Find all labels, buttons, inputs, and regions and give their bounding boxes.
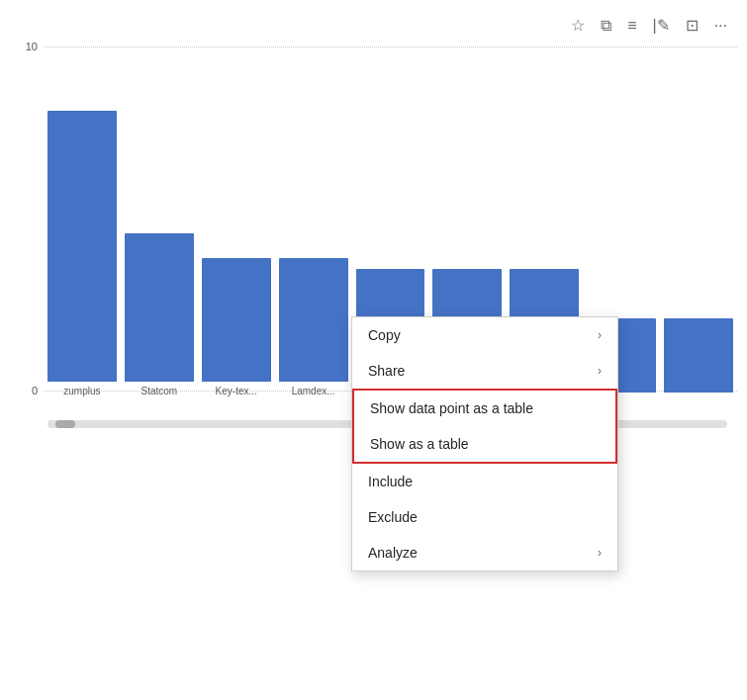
menu-item-copy[interactable]: Copy› [352, 317, 617, 353]
chevron-icon: › [598, 364, 602, 378]
scrollbar-thumb[interactable] [55, 420, 75, 428]
header: ☆ ⧉ ≡ |✎ ⊡ ··· [0, 0, 747, 41]
bar-label: Statcom [140, 386, 177, 396]
highlighted-menu-group: Show data point as a tableShow as a tabl… [352, 389, 617, 464]
context-menu: Copy›Share›Show data point as a tableSho… [351, 316, 618, 571]
expand-icon[interactable]: ⊡ [682, 14, 702, 37]
filter-icon[interactable]: ≡ [623, 15, 640, 37]
chevron-icon: › [598, 546, 602, 560]
menu-item-analyze[interactable]: Analyze› [352, 535, 617, 570]
menu-item-label: Analyze [368, 545, 418, 561]
menu-item-label: Share [368, 363, 405, 379]
toolbar: ☆ ⧉ ≡ |✎ ⊡ ··· [567, 8, 731, 37]
bar-label: zumplus [63, 386, 100, 396]
menu-item-label: Show data point as a table [370, 400, 533, 416]
copy-icon[interactable]: ⧉ [597, 15, 615, 37]
bar[interactable] [279, 258, 348, 382]
menu-item-share[interactable]: Share› [352, 353, 617, 389]
bar-label: Key-tex... [216, 386, 257, 396]
menu-item-label: Show as a table [370, 436, 469, 452]
menu-item-label: Exclude [368, 509, 418, 525]
menu-item-label: Include [368, 474, 413, 489]
more-icon[interactable]: ··· [710, 15, 731, 37]
pin-icon[interactable]: ☆ [567, 14, 589, 37]
bar-group[interactable]: Lamdex... [279, 258, 348, 396]
bar[interactable] [125, 233, 194, 382]
bar-label: Lamdex... [292, 386, 335, 396]
bar-group[interactable]: zumplus [47, 111, 117, 396]
chevron-icon: › [598, 328, 602, 342]
bar[interactable] [47, 111, 117, 382]
menu-item-exclude[interactable]: Exclude [352, 499, 617, 535]
menu-item-label: Copy [368, 327, 401, 343]
bar-group[interactable]: Key-tex... [202, 258, 271, 396]
bar-group[interactable]: Statcom [125, 233, 194, 396]
bar[interactable] [202, 258, 271, 382]
edit-icon[interactable]: |✎ [649, 14, 674, 37]
bar-group[interactable] [664, 318, 733, 396]
bar[interactable] [664, 318, 733, 393]
menu-item-show_as_table[interactable]: Show as a table [354, 426, 615, 462]
menu-item-show_data_point[interactable]: Show data point as a table [354, 391, 615, 426]
menu-item-include[interactable]: Include [352, 464, 617, 499]
